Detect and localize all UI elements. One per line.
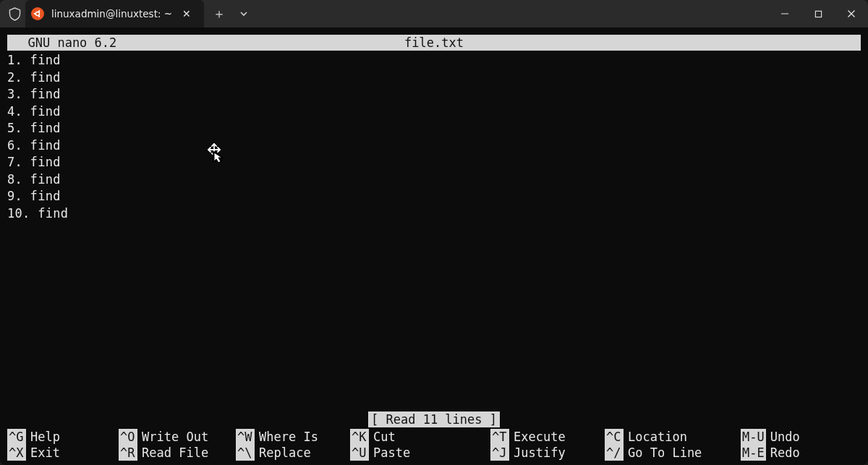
shortcut-row: ^XExit^RRead File^\Replace^UPaste^JJusti… xyxy=(7,445,861,461)
shortcut-item: ^RRead File xyxy=(119,445,236,461)
nano-shortcut-bar: ^GHelp^OWrite Out^WWhere Is^KCut^TExecut… xyxy=(7,429,861,461)
svg-point-3 xyxy=(38,15,41,17)
nano-file-label: file.txt xyxy=(404,35,464,51)
shortcut-key: ^K xyxy=(350,429,369,445)
tab-dropdown-button[interactable] xyxy=(233,3,255,25)
shortcut-key: ^W xyxy=(236,429,255,445)
shortcut-label: Where Is xyxy=(259,429,318,445)
shortcut-label: Justify xyxy=(514,445,566,461)
shortcut-item: ^UPaste xyxy=(350,445,490,461)
editor-line[interactable]: 1. find xyxy=(7,52,861,69)
shortcut-label: Redo xyxy=(770,445,800,461)
window-controls xyxy=(768,0,868,27)
terminal-area[interactable]: GNU nano 6.2 file.txt 1. find2. find3. f… xyxy=(0,27,868,465)
ubuntu-icon xyxy=(31,7,44,20)
nano-status-row: [ Read 11 lines ] xyxy=(7,411,861,427)
shortcut-key: ^T xyxy=(490,429,509,445)
shortcut-label: Cut xyxy=(373,429,396,445)
minimize-button[interactable] xyxy=(768,0,801,27)
editor-line[interactable]: 8. find xyxy=(7,171,861,189)
editor-line[interactable]: 10. find xyxy=(7,205,861,223)
shortcut-item: ^TExecute xyxy=(490,429,605,445)
titlebar-left xyxy=(0,0,21,27)
shortcut-item: ^\Replace xyxy=(236,445,350,461)
shortcut-label: Exit xyxy=(30,445,60,461)
titlebar: linuxadmin@linuxtest: ~ ✕ ＋ xyxy=(0,0,868,27)
editor-line[interactable]: 9. find xyxy=(7,188,861,205)
shortcut-label: Undo xyxy=(770,429,800,445)
shortcut-item: M-UUndo xyxy=(741,429,835,445)
shortcut-key: ^R xyxy=(119,445,137,461)
nano-app-label: GNU nano 6.2 xyxy=(13,35,116,51)
shortcut-item: ^OWrite Out xyxy=(119,429,236,445)
tab-actions: ＋ xyxy=(204,0,255,27)
shortcut-key: ^\ xyxy=(236,445,255,461)
terminal-tab[interactable]: linuxadmin@linuxtest: ~ ✕ xyxy=(25,0,204,27)
nano-header: GNU nano 6.2 file.txt xyxy=(7,35,861,51)
shortcut-item: ^JJustify xyxy=(490,445,605,461)
shortcut-item: ^CLocation xyxy=(605,429,741,445)
tab-close-button[interactable]: ✕ xyxy=(179,7,194,21)
shortcut-label: Replace xyxy=(259,445,311,461)
svg-point-2 xyxy=(38,10,41,12)
shortcut-key: ^G xyxy=(7,429,26,445)
shortcut-key: M-E xyxy=(741,445,766,461)
svg-rect-5 xyxy=(815,11,821,17)
shortcut-item: M-ERedo xyxy=(741,445,835,461)
shortcut-key: ^O xyxy=(119,429,137,445)
shortcut-key: ^J xyxy=(490,445,509,461)
shortcut-item: ^WWhere Is xyxy=(236,429,350,445)
shortcut-item: ^XExit xyxy=(7,445,119,461)
shortcut-item: ^KCut xyxy=(350,429,490,445)
svg-point-1 xyxy=(34,13,36,15)
shortcut-item: ^/Go To Line xyxy=(605,445,741,461)
shortcut-label: Execute xyxy=(514,429,566,445)
shortcut-item: ^GHelp xyxy=(7,429,119,445)
editor-line[interactable]: 4. find xyxy=(7,103,861,121)
editor-line[interactable]: 2. find xyxy=(7,69,861,87)
shield-icon xyxy=(9,7,21,21)
shortcut-key: ^X xyxy=(7,445,26,461)
tab-title: linuxadmin@linuxtest: ~ xyxy=(51,8,172,20)
editor-body[interactable]: 1. find2. find3. find4. find5. find6. fi… xyxy=(7,52,861,411)
shortcut-key: ^/ xyxy=(605,445,624,461)
svg-point-0 xyxy=(36,12,40,16)
editor-line[interactable]: 6. find xyxy=(7,137,861,155)
shortcut-label: Paste xyxy=(373,445,410,461)
shortcut-label: Location xyxy=(628,429,687,445)
shortcut-key: ^U xyxy=(350,445,369,461)
shortcut-row: ^GHelp^OWrite Out^WWhere Is^KCut^TExecut… xyxy=(7,429,861,445)
editor-line[interactable]: 3. find xyxy=(7,86,861,103)
shortcut-label: Help xyxy=(30,429,60,445)
close-window-button[interactable] xyxy=(835,0,868,27)
maximize-button[interactable] xyxy=(801,0,835,27)
shortcut-label: Go To Line xyxy=(628,445,702,461)
shortcut-label: Write Out xyxy=(142,429,208,445)
editor-line[interactable]: 7. find xyxy=(7,154,861,171)
shortcut-key: M-U xyxy=(741,429,766,445)
shortcut-key: ^C xyxy=(605,429,624,445)
new-tab-button[interactable]: ＋ xyxy=(208,3,230,25)
shortcut-label: Read File xyxy=(142,445,208,461)
nano-status: [ Read 11 lines ] xyxy=(368,411,500,427)
editor-line[interactable]: 5. find xyxy=(7,120,861,137)
